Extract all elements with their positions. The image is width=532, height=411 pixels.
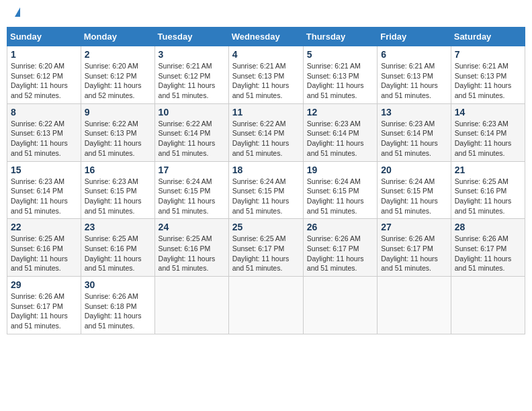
day-info: Sunrise: 6:21 AM Sunset: 6:13 PM Dayligh… [381, 61, 447, 101]
day-number: 23 [85, 222, 151, 232]
day-number: 17 [159, 165, 225, 175]
day-info: Sunrise: 6:23 AM Sunset: 6:14 PM Dayligh… [11, 177, 77, 216]
day-number: 29 [11, 279, 77, 290]
day-info: Sunrise: 6:23 AM Sunset: 6:14 PM Dayligh… [381, 119, 447, 158]
calendar-day-cell: 28 Sunrise: 6:26 AM Sunset: 6:17 PM Dayl… [451, 219, 525, 277]
day-number: 4 [232, 49, 300, 60]
day-info: Sunrise: 6:26 AM Sunset: 6:17 PM Dayligh… [381, 234, 447, 273]
day-info: Sunrise: 6:26 AM Sunset: 6:18 PM Dayligh… [85, 291, 151, 331]
calendar-day-cell: 12 Sunrise: 6:23 AM Sunset: 6:14 PM Dayl… [303, 103, 377, 161]
day-number: 27 [381, 222, 447, 232]
day-number: 24 [159, 222, 225, 232]
calendar-day-cell: 1 Sunrise: 6:20 AM Sunset: 6:12 PM Dayli… [7, 46, 81, 104]
calendar-table: SundayMondayTuesdayWednesdayThursdayFrid… [7, 27, 525, 334]
calendar-day-cell: 21 Sunrise: 6:25 AM Sunset: 6:16 PM Dayl… [451, 161, 525, 219]
day-number: 13 [381, 107, 447, 118]
day-number: 10 [159, 107, 225, 118]
calendar-day-cell: 24 Sunrise: 6:25 AM Sunset: 6:16 PM Dayl… [154, 219, 228, 277]
day-info: Sunrise: 6:23 AM Sunset: 6:14 PM Dayligh… [307, 119, 373, 158]
calendar-week-row: 8 Sunrise: 6:22 AM Sunset: 6:13 PM Dayli… [7, 103, 525, 161]
calendar-day-cell [378, 277, 451, 334]
day-number: 11 [232, 107, 300, 118]
day-number: 25 [232, 222, 300, 232]
calendar-day-cell: 8 Sunrise: 6:22 AM Sunset: 6:13 PM Dayli… [7, 103, 81, 161]
calendar-day-cell: 11 Sunrise: 6:22 AM Sunset: 6:14 PM Dayl… [228, 103, 303, 161]
day-number: 1 [11, 49, 77, 60]
day-info: Sunrise: 6:21 AM Sunset: 6:12 PM Dayligh… [159, 61, 225, 101]
day-info: Sunrise: 6:20 AM Sunset: 6:12 PM Dayligh… [11, 61, 77, 101]
day-info: Sunrise: 6:21 AM Sunset: 6:13 PM Dayligh… [307, 61, 373, 101]
calendar-day-cell: 15 Sunrise: 6:23 AM Sunset: 6:14 PM Dayl… [7, 161, 81, 219]
calendar-week-row: 15 Sunrise: 6:23 AM Sunset: 6:14 PM Dayl… [7, 161, 525, 219]
calendar-day-cell: 20 Sunrise: 6:24 AM Sunset: 6:15 PM Dayl… [378, 161, 451, 219]
calendar-day-cell: 9 Sunrise: 6:22 AM Sunset: 6:13 PM Dayli… [81, 103, 154, 161]
day-number: 2 [85, 49, 151, 60]
day-number: 28 [455, 222, 521, 232]
calendar-day-cell: 5 Sunrise: 6:21 AM Sunset: 6:13 PM Dayli… [303, 46, 377, 104]
calendar-day-cell: 3 Sunrise: 6:21 AM Sunset: 6:12 PM Dayli… [154, 46, 228, 104]
calendar-weekday-tuesday: Tuesday [154, 28, 228, 46]
calendar-day-cell: 27 Sunrise: 6:26 AM Sunset: 6:17 PM Dayl… [378, 219, 451, 277]
day-info: Sunrise: 6:26 AM Sunset: 6:17 PM Dayligh… [307, 234, 373, 273]
day-info: Sunrise: 6:25 AM Sunset: 6:16 PM Dayligh… [11, 234, 77, 273]
calendar-week-row: 22 Sunrise: 6:25 AM Sunset: 6:16 PM Dayl… [7, 219, 525, 277]
calendar-day-cell: 23 Sunrise: 6:25 AM Sunset: 6:16 PM Dayl… [81, 219, 154, 277]
calendar-day-cell: 29 Sunrise: 6:26 AM Sunset: 6:17 PM Dayl… [7, 277, 81, 334]
day-number: 21 [455, 165, 521, 175]
day-number: 18 [232, 165, 300, 175]
calendar-weekday-monday: Monday [81, 28, 154, 46]
calendar-weekday-saturday: Saturday [451, 28, 525, 46]
calendar-day-cell: 18 Sunrise: 6:24 AM Sunset: 6:15 PM Dayl… [228, 161, 303, 219]
day-info: Sunrise: 6:25 AM Sunset: 6:17 PM Dayligh… [232, 234, 300, 273]
logo-triangle-icon [15, 7, 20, 17]
day-number: 20 [381, 165, 447, 175]
day-info: Sunrise: 6:23 AM Sunset: 6:14 PM Dayligh… [455, 119, 521, 158]
day-info: Sunrise: 6:22 AM Sunset: 6:14 PM Dayligh… [159, 119, 225, 158]
calendar-day-cell: 19 Sunrise: 6:24 AM Sunset: 6:15 PM Dayl… [303, 161, 377, 219]
day-number: 22 [11, 222, 77, 232]
calendar-day-cell: 13 Sunrise: 6:23 AM Sunset: 6:14 PM Dayl… [378, 103, 451, 161]
calendar-weekday-wednesday: Wednesday [228, 28, 303, 46]
calendar-weekday-thursday: Thursday [303, 28, 377, 46]
day-info: Sunrise: 6:21 AM Sunset: 6:13 PM Dayligh… [232, 61, 300, 101]
calendar-day-cell: 26 Sunrise: 6:26 AM Sunset: 6:17 PM Dayl… [303, 219, 377, 277]
calendar-day-cell [303, 277, 377, 334]
day-info: Sunrise: 6:24 AM Sunset: 6:15 PM Dayligh… [307, 177, 373, 216]
calendar-weekday-sunday: Sunday [7, 28, 81, 46]
day-info: Sunrise: 6:24 AM Sunset: 6:15 PM Dayligh… [381, 177, 447, 216]
day-number: 12 [307, 107, 373, 118]
logo [13, 10, 20, 17]
calendar-day-cell: 6 Sunrise: 6:21 AM Sunset: 6:13 PM Dayli… [378, 46, 451, 104]
day-number: 30 [85, 279, 151, 290]
day-info: Sunrise: 6:22 AM Sunset: 6:13 PM Dayligh… [11, 119, 77, 158]
day-info: Sunrise: 6:25 AM Sunset: 6:16 PM Dayligh… [85, 234, 151, 273]
calendar-day-cell: 17 Sunrise: 6:24 AM Sunset: 6:15 PM Dayl… [154, 161, 228, 219]
calendar-week-row: 29 Sunrise: 6:26 AM Sunset: 6:17 PM Dayl… [7, 277, 525, 334]
calendar-day-cell [154, 277, 228, 334]
calendar-day-cell: 25 Sunrise: 6:25 AM Sunset: 6:17 PM Dayl… [228, 219, 303, 277]
day-number: 5 [307, 49, 373, 60]
day-info: Sunrise: 6:26 AM Sunset: 6:17 PM Dayligh… [11, 291, 77, 331]
day-number: 6 [381, 49, 447, 60]
calendar-day-cell: 4 Sunrise: 6:21 AM Sunset: 6:13 PM Dayli… [228, 46, 303, 104]
day-info: Sunrise: 6:22 AM Sunset: 6:14 PM Dayligh… [232, 119, 300, 158]
calendar-day-cell: 7 Sunrise: 6:21 AM Sunset: 6:13 PM Dayli… [451, 46, 525, 104]
calendar-day-cell [451, 277, 525, 334]
day-number: 8 [11, 107, 77, 118]
day-number: 26 [307, 222, 373, 232]
calendar-day-cell: 14 Sunrise: 6:23 AM Sunset: 6:14 PM Dayl… [451, 103, 525, 161]
day-info: Sunrise: 6:24 AM Sunset: 6:15 PM Dayligh… [159, 177, 225, 216]
page-header [7, 7, 525, 20]
day-number: 16 [85, 165, 151, 175]
day-number: 15 [11, 165, 77, 175]
day-info: Sunrise: 6:25 AM Sunset: 6:16 PM Dayligh… [159, 234, 225, 273]
calendar-day-cell [228, 277, 303, 334]
day-number: 9 [85, 107, 151, 118]
calendar-day-cell: 10 Sunrise: 6:22 AM Sunset: 6:14 PM Dayl… [154, 103, 228, 161]
day-info: Sunrise: 6:24 AM Sunset: 6:15 PM Dayligh… [232, 177, 300, 216]
calendar-header-row: SundayMondayTuesdayWednesdayThursdayFrid… [7, 28, 525, 46]
calendar-day-cell: 16 Sunrise: 6:23 AM Sunset: 6:15 PM Dayl… [81, 161, 154, 219]
calendar-week-row: 1 Sunrise: 6:20 AM Sunset: 6:12 PM Dayli… [7, 46, 525, 104]
day-info: Sunrise: 6:23 AM Sunset: 6:15 PM Dayligh… [85, 177, 151, 216]
day-info: Sunrise: 6:20 AM Sunset: 6:12 PM Dayligh… [85, 61, 151, 101]
